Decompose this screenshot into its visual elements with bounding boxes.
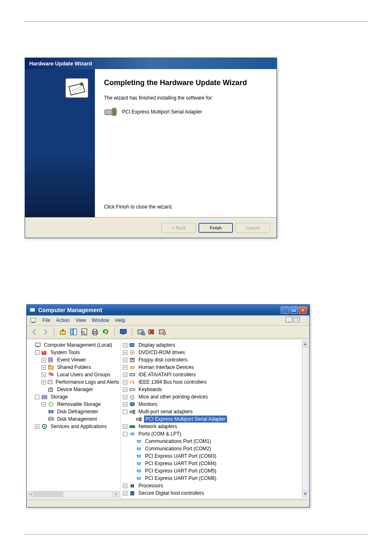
finish-button[interactable]: Finish xyxy=(198,223,233,233)
dev-com5[interactable]: PCI Express UART Port (COM5) xyxy=(129,467,309,475)
dev-monitors[interactable]: + Monitors xyxy=(123,401,309,408)
scan-hardware-button[interactable] xyxy=(136,327,145,336)
dev-multiport-selected[interactable]: PCI Express Multiport Serial Adapter xyxy=(129,415,309,423)
multiport-adapter-item-icon xyxy=(136,416,142,422)
tree-perf-logs[interactable]: + Performance Logs and Alerts xyxy=(42,378,120,386)
mmc-titlebar: Computer Management _ ▭ × xyxy=(27,305,309,315)
processor-icon xyxy=(129,483,136,489)
svg-point-65 xyxy=(131,395,134,399)
mmc-toolbar xyxy=(27,326,309,338)
svg-rect-41 xyxy=(48,388,53,392)
dvd-drive-icon xyxy=(129,350,136,355)
svg-rect-11 xyxy=(71,329,73,335)
dev-floppy[interactable]: + Floppy disk controllers xyxy=(123,356,309,364)
dev-com4-label: PCI Express UART Port (COM4) xyxy=(144,460,218,467)
dev-com2[interactable]: Communications Port (COM2) xyxy=(129,445,309,452)
svg-rect-69 xyxy=(133,410,135,414)
computer-icon xyxy=(35,342,41,348)
dev-keyboards-label: Keyboards xyxy=(137,386,163,393)
svg-rect-71 xyxy=(140,417,141,421)
dev-multiport[interactable]: - Multi-port serial adapters xyxy=(123,408,309,415)
svg-point-63 xyxy=(133,382,134,384)
svg-rect-29 xyxy=(35,343,40,346)
tree-storage[interactable]: - Storage xyxy=(35,393,120,401)
dev-dvd-drives[interactable]: + DVD/CD-ROM drives xyxy=(123,349,309,356)
removable-storage-label: Removable Storage xyxy=(56,401,102,408)
dev-network[interactable]: + Network adapters xyxy=(123,423,309,430)
dev-ieee1394[interactable]: + IEEE 1394 Bus host controllers xyxy=(123,378,309,386)
uninstall-button[interactable] xyxy=(147,327,156,336)
svg-rect-17 xyxy=(93,329,97,331)
print-button[interactable] xyxy=(90,327,99,336)
tree-root-label: Computer Management (Local) xyxy=(43,342,113,348)
perf-logs-label: Performance Logs and Alerts xyxy=(54,379,120,385)
mdi-minimize-button[interactable]: _ xyxy=(286,317,292,322)
svg-rect-7 xyxy=(31,312,34,313)
list-vertical-scrollbar[interactable]: ▲▼ xyxy=(302,341,309,498)
dev-sd-label: Secure Digital host controllers xyxy=(137,490,205,496)
tree-disk-defragmenter[interactable]: Disk Defragmenter xyxy=(42,408,120,415)
dev-hid-label: Human Interface Devices xyxy=(137,364,195,371)
svg-rect-64 xyxy=(130,389,135,391)
show-hide-console-tree-button[interactable] xyxy=(69,327,78,336)
svg-rect-37 xyxy=(48,365,51,366)
dev-ide-label: IDE ATA/ATAPI controllers xyxy=(137,371,197,378)
svg-rect-32 xyxy=(43,350,44,352)
menu-window[interactable]: Window xyxy=(92,317,110,323)
minimize-button[interactable]: _ xyxy=(281,306,289,314)
dev-display-adapters[interactable]: + Display adapters xyxy=(123,341,309,349)
dev-keyboards[interactable]: + Keyboards xyxy=(123,386,309,393)
tree-event-viewer[interactable]: + Event Viewer xyxy=(42,356,120,364)
tree-device-manager[interactable]: Device Manager xyxy=(42,386,120,393)
dev-com1[interactable]: Communications Port (COM1) xyxy=(129,438,309,445)
device-manager-icon xyxy=(48,387,54,392)
tree-disk-management[interactable]: Disk Management xyxy=(42,415,120,423)
up-one-level-button[interactable] xyxy=(58,327,67,336)
svg-point-1 xyxy=(80,83,83,86)
menu-action[interactable]: Action xyxy=(56,317,69,323)
com-port-icon xyxy=(136,475,142,481)
dev-sd-host[interactable]: + Secure Digital host controllers xyxy=(123,489,309,497)
update-driver-button[interactable] xyxy=(158,327,167,336)
mouse-icon xyxy=(129,394,136,400)
mdi-restore-button[interactable]: ❐ xyxy=(293,317,300,322)
svg-rect-44 xyxy=(42,397,47,399)
dev-com4[interactable]: PCI Express UART Port (COM4) xyxy=(129,460,309,467)
properties-button[interactable] xyxy=(80,327,89,336)
tree-root[interactable]: Computer Management (Local) xyxy=(28,341,120,349)
dev-mice[interactable]: + Mice and other pointing devices xyxy=(123,393,309,401)
local-users-label: Local Users and Groups xyxy=(56,371,111,378)
maximize-button[interactable]: ▭ xyxy=(290,306,298,314)
device-computer-icon[interactable] xyxy=(119,327,128,336)
dev-ports[interactable]: - Ports (COM & LPT) xyxy=(123,430,309,438)
ide-controller-icon xyxy=(129,372,136,378)
tree-services-apps[interactable]: + Services and Applications xyxy=(35,423,120,430)
floppy-controller-icon xyxy=(129,357,136,363)
menu-view[interactable]: View xyxy=(76,317,86,323)
tree-local-users[interactable]: + Local Users and Groups xyxy=(42,371,120,378)
mmc-scope-pane[interactable]: Computer Management (Local) - System Too… xyxy=(27,340,121,498)
dev-com6[interactable]: PCI Express UART Port (COM6) xyxy=(129,475,309,482)
tree-shared-folders[interactable]: + Shared Folders xyxy=(42,364,120,371)
com-port-icon xyxy=(136,461,142,466)
close-button[interactable]: × xyxy=(299,306,307,314)
refresh-button[interactable] xyxy=(101,327,110,336)
tree-horizontal-scrollbar[interactable]: <> xyxy=(28,491,120,498)
wizard-close-text: Click Finish to close the wizard. xyxy=(104,204,173,210)
svg-rect-33 xyxy=(48,358,53,362)
mmc-statusbar xyxy=(27,500,309,507)
dev-com2-label: Communications Port (COM2) xyxy=(144,445,212,452)
mmc-client-area: Computer Management (Local) - System Too… xyxy=(27,338,309,500)
mmc-result-pane[interactable]: + Display adapters + DVD/CD-ROM drives +… xyxy=(121,340,309,498)
dev-ide[interactable]: + IDE ATA/ATAPI controllers xyxy=(123,371,309,378)
menu-help[interactable]: Help xyxy=(115,317,125,323)
dev-com3[interactable]: PCI Express UART Port (COM3) xyxy=(129,452,309,460)
dev-processors[interactable]: + Processors xyxy=(123,482,309,489)
tree-removable-storage[interactable]: + Removable Storage xyxy=(42,401,120,408)
menu-file[interactable]: File xyxy=(42,317,50,323)
event-viewer-label: Event Viewer xyxy=(56,357,87,363)
mmc-system-icon xyxy=(30,317,37,324)
tree-system-tools[interactable]: - System Tools xyxy=(35,349,120,356)
svg-rect-3 xyxy=(112,108,116,116)
dev-hid[interactable]: + Human Interface Devices xyxy=(123,364,309,371)
